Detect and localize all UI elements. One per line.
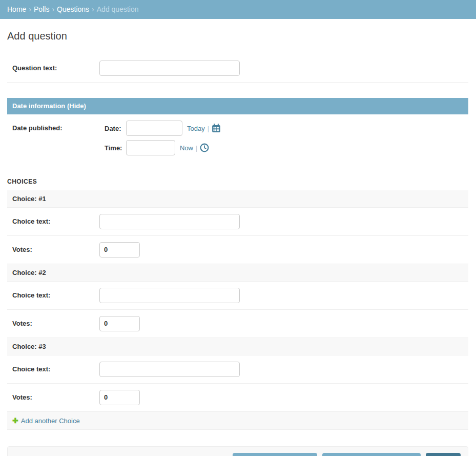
choice-text-label: Choice text:: [12, 362, 99, 373]
question-text-input[interactable]: [99, 61, 240, 76]
choice-block: Choice: #3 Choice text: Votes:: [7, 338, 468, 412]
date-input[interactable]: [126, 121, 182, 136]
breadcrumb-separator: ›: [92, 5, 94, 13]
votes-label: Votes:: [12, 242, 99, 253]
save-and-add-another-button[interactable]: Save and add another: [233, 453, 317, 456]
collapse-toggle-link[interactable]: (Hide): [67, 102, 86, 110]
votes-input[interactable]: [99, 390, 140, 405]
choice-text-label: Choice text:: [12, 214, 99, 225]
save-button[interactable]: SAVE: [426, 453, 461, 456]
breadcrumb-current: Add question: [97, 5, 139, 13]
votes-label: Votes:: [12, 316, 99, 327]
choice-text-input[interactable]: [99, 362, 240, 377]
choices-inline-group: CHOICES Choice: #1 Choice text: Votes: C…: [7, 178, 468, 430]
question-text-label: Question text:: [12, 61, 99, 72]
calendar-icon[interactable]: [212, 124, 221, 133]
breadcrumb-separator: ›: [52, 5, 54, 13]
votes-label: Votes:: [12, 390, 99, 401]
choice-text-label: Choice text:: [12, 288, 99, 299]
datetime-widget: Date: Today |: [99, 121, 221, 155]
add-question-form: Question text: Date information (Hide) D…: [7, 54, 468, 456]
plus-icon[interactable]: ✚: [12, 417, 18, 425]
shortcut-separator: |: [208, 125, 209, 132]
breadcrumb-link-polls[interactable]: Polls: [34, 5, 49, 13]
time-sublabel: Time:: [105, 144, 123, 152]
breadcrumb-link-questions[interactable]: Questions: [57, 5, 89, 13]
choice-text-row: Choice text:: [7, 282, 468, 310]
breadcrumb-link-home[interactable]: Home: [7, 5, 26, 13]
choices-header: CHOICES: [7, 178, 468, 185]
date-published-label: Date published:: [12, 121, 99, 132]
time-line: Time: Now |: [99, 140, 221, 155]
choice-block: Choice: #2 Choice text: Votes:: [7, 264, 468, 338]
add-choice-row: ✚Add another Choice: [7, 412, 468, 430]
choice-text-input[interactable]: [99, 288, 240, 303]
question-text-row: Question text:: [7, 54, 468, 83]
choice-title: Choice: #3: [7, 338, 468, 355]
content-area: Add question Question text: Date informa…: [0, 19, 476, 456]
choice-block: Choice: #1 Choice text: Votes:: [7, 190, 468, 264]
breadcrumb-separator: ›: [29, 5, 31, 13]
date-published-row: Date published: Date: Today |: [7, 114, 468, 163]
votes-row: Votes:: [7, 236, 468, 264]
votes-input[interactable]: [99, 316, 140, 331]
date-information-module: Date information (Hide) Date published: …: [7, 98, 468, 163]
date-line: Date: Today |: [99, 121, 221, 136]
date-information-header-title: Date information: [12, 102, 65, 110]
choice-text-row: Choice text:: [7, 208, 468, 236]
add-another-choice-link[interactable]: ✚Add another Choice: [12, 417, 80, 425]
choice-text-row: Choice text:: [7, 355, 468, 384]
shortcut-separator: |: [196, 144, 197, 152]
choice-text-input[interactable]: [99, 214, 240, 229]
date-sublabel: Date:: [105, 125, 123, 132]
question-module: Question text:: [7, 54, 468, 83]
votes-row: Votes:: [7, 384, 468, 412]
breadcrumb: Home›Polls›Questions›Add question: [0, 0, 476, 19]
choice-title: Choice: #2: [7, 264, 468, 282]
page-title: Add question: [7, 30, 468, 42]
date-information-header: Date information (Hide): [7, 98, 468, 114]
add-another-choice-label: Add another Choice: [21, 417, 80, 425]
now-link[interactable]: Now: [180, 144, 193, 152]
save-and-continue-editing-button[interactable]: Save and continue editing: [322, 453, 420, 456]
clock-icon[interactable]: [200, 143, 209, 152]
submit-row: Save and add another Save and continue e…: [7, 446, 468, 456]
date-shortcuts: Today |: [187, 124, 221, 133]
votes-input[interactable]: [99, 242, 140, 257]
choice-title: Choice: #1: [7, 190, 468, 208]
today-link[interactable]: Today: [187, 125, 205, 132]
time-shortcuts: Now |: [180, 143, 209, 152]
time-input[interactable]: [126, 140, 175, 155]
votes-row: Votes:: [7, 310, 468, 338]
